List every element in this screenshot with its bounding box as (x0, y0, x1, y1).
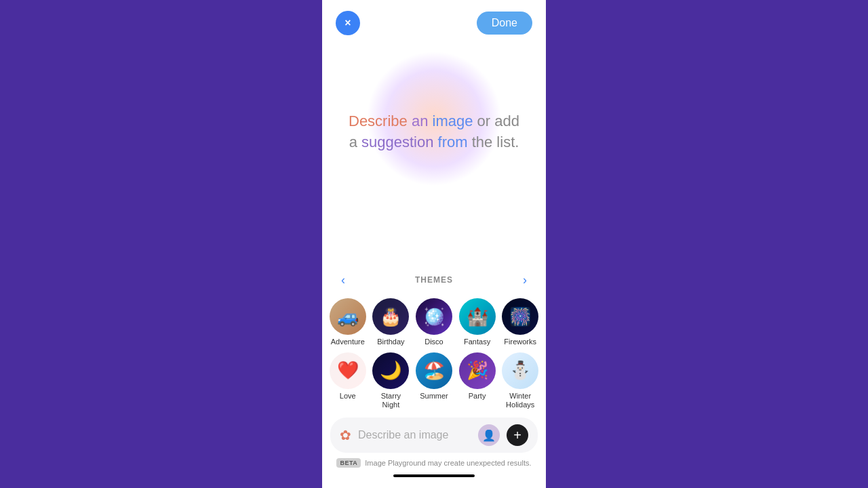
themes-prev-button[interactable]: ‹ (333, 270, 353, 290)
phone-screen: × Done Describe an image or add a sugges… (322, 0, 546, 488)
close-icon: × (344, 17, 351, 29)
person-button[interactable]: 👤 (478, 424, 500, 446)
theme-birthday-circle: 🎂 (372, 298, 409, 335)
prompt-text: Describe an image or add a suggestion fr… (328, 111, 540, 153)
right-panel (546, 0, 868, 488)
word-an: an (412, 113, 433, 129)
word-from: from (438, 134, 472, 150)
theme-party-label: Party (469, 392, 486, 401)
close-button[interactable]: × (336, 11, 360, 35)
themes-label: THEMES (353, 275, 515, 285)
bottom-section: ‹ THEMES › 🚙 Adventure 🎂 Birthday 🪩 Disc… (322, 264, 546, 488)
theme-fantasy[interactable]: 🏰 Fantasy (458, 298, 496, 346)
done-button[interactable]: Done (477, 12, 532, 35)
word-add: add (494, 113, 519, 129)
plus-icon: + (513, 428, 521, 443)
theme-disco-circle: 🪩 (416, 298, 452, 335)
beta-badge: BETA (336, 458, 361, 468)
theme-winter-holidays[interactable]: ⛄ Winter Holidays (501, 352, 539, 409)
theme-party[interactable]: 🎉 Party (458, 352, 496, 409)
describe-input[interactable]: Describe an image (358, 429, 471, 441)
theme-love-label: Love (340, 392, 356, 401)
word-the: the (472, 134, 497, 150)
word-suggestion: suggestion (361, 134, 433, 150)
beta-notice: BETA Image Playground may create unexpec… (322, 455, 546, 472)
theme-adventure[interactable]: 🚙 Adventure (329, 298, 367, 346)
main-area: × Done Describe an image or add a sugges… (322, 0, 546, 264)
theme-starry-night-circle: 🌙 (372, 352, 409, 389)
word-describe: Describe (349, 113, 408, 129)
theme-birthday[interactable]: 🎂 Birthday (372, 298, 410, 346)
theme-adventure-label: Adventure (331, 338, 365, 346)
theme-starry-night-label: Starry Night (372, 392, 410, 409)
theme-birthday-label: Birthday (377, 338, 404, 346)
word-or: or (477, 113, 495, 129)
theme-fantasy-label: Fantasy (464, 338, 490, 346)
theme-love[interactable]: ❤️ Love (329, 352, 367, 409)
beta-text: Image Playground may create unexpected r… (365, 459, 531, 467)
theme-winter-holidays-label: Winter Holidays (501, 392, 539, 409)
add-button[interactable]: + (507, 424, 528, 446)
themes-header: ‹ THEMES › (322, 264, 546, 296)
theme-winter-circle: ⛄ (502, 352, 538, 389)
theme-adventure-circle: 🚙 (330, 298, 366, 335)
word-image: image (433, 113, 473, 129)
word-a: a (349, 134, 361, 150)
chevron-left-icon: ‹ (341, 273, 345, 287)
theme-disco-label: Disco (425, 338, 443, 346)
theme-fireworks[interactable]: 🎆 Fireworks (501, 298, 539, 346)
themes-grid: 🚙 Adventure 🎂 Birthday 🪩 Disco 🏰 Fantasy… (322, 296, 546, 412)
input-area: ✿ Describe an image 👤 + (330, 418, 538, 453)
person-icon: 👤 (482, 429, 496, 442)
top-bar: × Done (322, 0, 546, 46)
chevron-right-icon: › (523, 273, 527, 287)
theme-starry-night[interactable]: 🌙 Starry Night (372, 352, 410, 409)
theme-summer-circle: 🏖️ (416, 352, 452, 389)
theme-party-circle: 🎉 (459, 352, 496, 389)
theme-summer-label: Summer (420, 392, 448, 401)
word-list: list. (496, 134, 519, 150)
left-panel (0, 0, 322, 488)
theme-fireworks-circle: 🎆 (502, 298, 538, 335)
themes-next-button[interactable]: › (515, 270, 535, 290)
theme-love-circle: ❤️ (330, 352, 366, 389)
theme-summer[interactable]: 🏖️ Summer (415, 352, 453, 409)
theme-fantasy-circle: 🏰 (459, 298, 496, 335)
theme-disco[interactable]: 🪩 Disco (415, 298, 453, 346)
theme-fireworks-label: Fireworks (504, 338, 536, 346)
settings-icon: ✿ (340, 427, 351, 443)
home-indicator (393, 474, 475, 477)
